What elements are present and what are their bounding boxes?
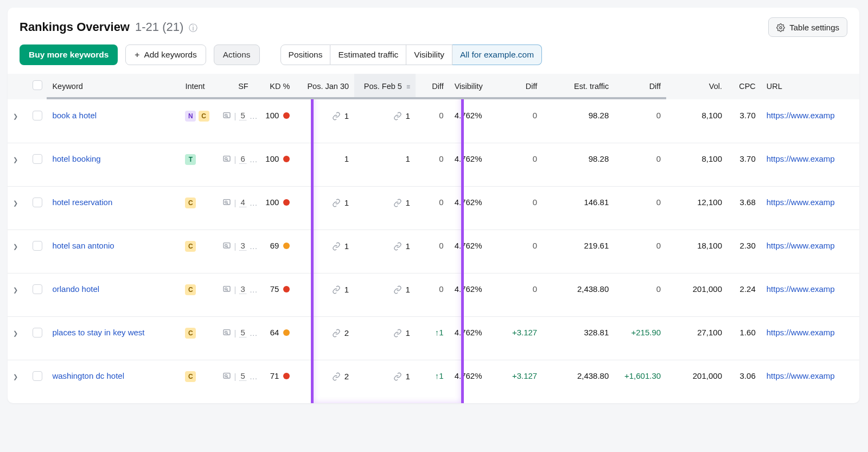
expand-row-icon[interactable]: ❯ <box>13 200 18 207</box>
tab-positions[interactable]: Positions <box>280 44 331 65</box>
row-checkbox[interactable] <box>33 111 42 120</box>
pos-feb5: 1 <box>393 371 410 381</box>
col-url[interactable]: URL <box>761 74 859 100</box>
col-visibility[interactable]: Visibility <box>449 74 503 100</box>
col-kd[interactable]: KD % <box>254 74 296 100</box>
result-url-link[interactable]: https://www.examp <box>767 154 835 163</box>
link-icon <box>332 284 341 294</box>
table-settings-button[interactable]: Table settings <box>768 17 847 37</box>
intent-badge: C <box>185 284 196 295</box>
expand-row-icon[interactable]: ❯ <box>13 330 18 337</box>
tab-estimated-traffic[interactable]: Estimated traffic <box>330 44 406 65</box>
intent-badge: C <box>185 198 196 208</box>
intent-badge: C <box>185 371 196 382</box>
result-url-link[interactable]: https://www.examp <box>767 371 835 380</box>
link-icon <box>332 328 341 338</box>
result-url-link[interactable]: https://www.examp <box>767 241 835 250</box>
col-diff-vis[interactable]: Diff <box>503 74 542 100</box>
col-est-traffic[interactable]: Est. traffic <box>542 74 614 100</box>
add-keywords-button[interactable]: + Add keywords <box>125 44 206 65</box>
pos-jan30: 1 <box>332 198 349 207</box>
col-pos-jan30[interactable]: Pos. Jan 30 <box>295 74 354 100</box>
diff-visibility: 0 <box>533 111 537 120</box>
row-checkbox[interactable] <box>33 284 42 294</box>
serp-features[interactable]: |4… <box>222 198 259 207</box>
intent-badge: N <box>185 111 196 122</box>
est-traffic-value: 328.81 <box>584 328 609 337</box>
svg-line-9 <box>227 203 228 204</box>
svg-line-15 <box>227 290 228 291</box>
row-checkbox[interactable] <box>33 371 42 381</box>
volume-value: 27,100 <box>697 328 722 337</box>
row-checkbox[interactable] <box>33 198 42 207</box>
diff-traffic: +1,601.30 <box>624 371 661 380</box>
expand-row-icon[interactable]: ❯ <box>13 373 18 380</box>
col-pos-feb5[interactable]: Pos. Feb 5 ≡ <box>354 74 416 100</box>
result-url-link[interactable]: https://www.examp <box>767 284 835 294</box>
volume-value: 8,100 <box>701 154 722 163</box>
serp-features[interactable]: |3… <box>222 241 259 251</box>
diff-traffic: 0 <box>656 154 661 163</box>
col-vol[interactable]: Vol. <box>666 74 727 100</box>
kd-value: 69 <box>270 241 290 250</box>
pos-feb5: 1 <box>393 328 410 338</box>
panel-header: Rankings Overview 1-21 (21) ⓘ Table sett… <box>8 8 859 44</box>
keyword-link[interactable]: orlando hotel <box>52 284 99 294</box>
diff-pos: 0 <box>439 111 443 120</box>
diff-visibility: 0 <box>533 154 537 163</box>
keyword-link[interactable]: places to stay in key west <box>52 328 144 337</box>
tab-all-for-domain[interactable]: All for example.com <box>452 44 542 65</box>
serp-features[interactable]: |5… <box>222 371 259 381</box>
link-icon <box>393 284 402 294</box>
table-settings-label: Table settings <box>789 23 839 32</box>
col-cpc[interactable]: CPC <box>727 74 761 100</box>
cpc-value: 2.24 <box>740 284 756 294</box>
row-checkbox[interactable] <box>33 154 42 164</box>
table-row: ❯hotel reservationC|4…100 1 104.762%0146… <box>8 187 859 230</box>
expand-row-icon[interactable]: ❯ <box>13 287 18 294</box>
rankings-panel: Rankings Overview 1-21 (21) ⓘ Table sett… <box>8 8 859 403</box>
table-row: ❯orlando hotelC|3…75 1 104.762%02,438.80… <box>8 273 859 317</box>
keyword-link[interactable]: hotel booking <box>52 154 100 163</box>
serp-features[interactable]: |3… <box>222 284 259 294</box>
col-intent[interactable]: Intent <box>180 74 216 100</box>
link-icon <box>393 111 402 120</box>
buy-more-keywords-button[interactable]: Buy more keywords <box>20 44 118 65</box>
kd-value: 71 <box>270 371 290 380</box>
col-diff-pos[interactable]: Diff <box>416 74 449 100</box>
select-all-checkbox[interactable] <box>33 80 42 90</box>
intent-badge: C <box>199 111 209 122</box>
keyword-link[interactable]: book a hotel <box>52 111 97 120</box>
expand-row-icon[interactable]: ❯ <box>13 243 18 250</box>
link-icon <box>393 328 402 338</box>
col-sf[interactable]: SF <box>217 74 254 100</box>
gear-icon <box>776 22 785 32</box>
diff-pos: ↑1 <box>435 371 444 380</box>
page-range: 1-21 (21) <box>135 20 183 34</box>
volume-value: 201,000 <box>693 371 722 380</box>
col-keyword[interactable]: Keyword <box>47 74 180 100</box>
result-url-link[interactable]: https://www.examp <box>767 328 835 337</box>
expand-row-icon[interactable]: ❯ <box>13 156 18 163</box>
serp-features[interactable]: |5… <box>222 328 259 338</box>
row-checkbox[interactable] <box>33 241 42 251</box>
serp-features[interactable]: |5… <box>222 111 259 120</box>
keyword-link[interactable]: washington dc hotel <box>52 371 124 380</box>
tab-visibility[interactable]: Visibility <box>406 44 452 65</box>
diff-visibility: 0 <box>533 284 537 294</box>
pos-jan30: 1 <box>332 284 349 294</box>
table-row: ❯book a hotelN C|5…100 1 104.762%098.280… <box>8 100 859 143</box>
serp-features[interactable]: |6… <box>222 154 259 164</box>
row-checkbox[interactable] <box>33 328 42 338</box>
kd-value: 100 <box>265 154 290 163</box>
volume-value: 8,100 <box>701 111 722 120</box>
result-url-link[interactable]: https://www.examp <box>767 111 835 120</box>
table-row: ❯hotel bookingT|6…100 1 104.762%098.2808… <box>8 143 859 187</box>
col-diff-traffic[interactable]: Diff <box>614 74 666 100</box>
info-icon[interactable]: ⓘ <box>189 23 197 34</box>
keyword-link[interactable]: hotel san antonio <box>52 241 114 250</box>
keyword-link[interactable]: hotel reservation <box>52 198 112 207</box>
expand-row-icon[interactable]: ❯ <box>13 113 18 120</box>
result-url-link[interactable]: https://www.examp <box>767 198 835 207</box>
actions-button[interactable]: Actions <box>214 44 260 65</box>
